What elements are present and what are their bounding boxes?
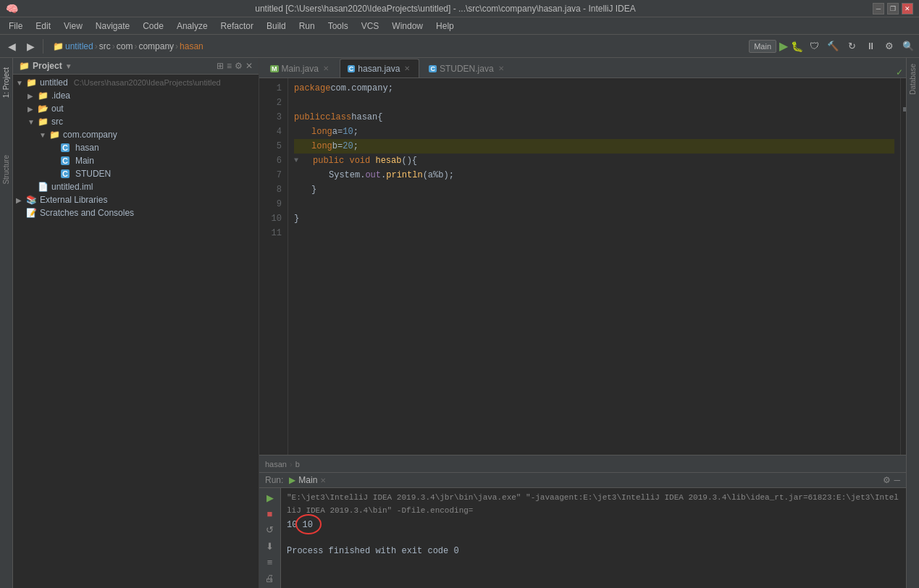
menu-navigate[interactable]: Navigate xyxy=(90,20,135,33)
run-scroll-button[interactable]: ⬇ xyxy=(262,539,278,553)
menu-edit[interactable]: Edit xyxy=(30,20,56,33)
back-button[interactable]: ◀ xyxy=(3,38,20,55)
code-line-2 xyxy=(294,96,894,110)
run-print-button[interactable]: 🖨 xyxy=(262,572,278,585)
run-play-button[interactable]: ▶ xyxy=(262,491,278,504)
toolbar-separator-1 xyxy=(43,39,43,54)
settings-icon[interactable]: ⚙ xyxy=(235,61,243,71)
close-panel-icon[interactable]: ✕ xyxy=(246,61,253,71)
tree-item-company[interactable]: ▼ 📁 com.company xyxy=(13,128,259,141)
tab-close-studen[interactable]: ✕ xyxy=(497,64,505,73)
run-filter-button[interactable]: ≡ xyxy=(262,555,278,568)
forward-button[interactable]: ▶ xyxy=(22,38,39,55)
editor-area: M Main.java ✕ C hasan.java ✕ C STUDEN.ja… xyxy=(259,58,906,588)
tree-label-src: src xyxy=(51,117,63,127)
collapse-all-icon[interactable]: ≡ xyxy=(227,61,232,71)
menu-help[interactable]: Help xyxy=(430,20,460,33)
search-button[interactable]: 🔍 xyxy=(900,38,916,54)
breadcrumb-untitled[interactable]: 📁 xyxy=(53,41,64,51)
restore-button[interactable]: ❐ xyxy=(887,3,899,14)
run-exit-spacer xyxy=(287,532,900,545)
menu-window[interactable]: Window xyxy=(386,20,429,33)
settings-button[interactable]: ⚙ xyxy=(881,38,897,54)
project-dropdown[interactable]: ▼ xyxy=(65,62,72,70)
tree-item-hasan[interactable]: C hasan xyxy=(13,141,259,154)
run-tab-close[interactable]: ✕ xyxy=(320,476,326,484)
menu-refactor[interactable]: Refactor xyxy=(215,20,259,33)
run-stop-button[interactable]: ■ xyxy=(262,507,278,520)
breadcrumb-untitled-label[interactable]: untitled xyxy=(65,41,93,51)
tab-icon-hasan: C xyxy=(348,65,356,72)
breadcrumb-hasan-label[interactable]: hasan xyxy=(180,41,203,51)
menu-code[interactable]: Code xyxy=(137,20,169,33)
structure-tab[interactable]: Structure xyxy=(1,148,12,191)
run-close-icon[interactable]: ─ xyxy=(894,475,900,485)
tree-item-out[interactable]: ▶ 📂 out xyxy=(13,102,259,115)
run-command: "E:\jet3\IntelliJ IDEA 2019.3.4\jbr\bin\… xyxy=(287,491,900,517)
tree-item-src[interactable]: ▼ 📁 src xyxy=(13,115,259,128)
folder-icon-idea: 📁 xyxy=(38,91,49,101)
close-button[interactable]: ✕ xyxy=(902,3,913,14)
run-config-select[interactable]: Main xyxy=(749,40,776,53)
project-tab[interactable]: 1: Project xyxy=(1,61,12,104)
vcs-checkmark[interactable]: ✓ xyxy=(896,67,903,77)
tab-main[interactable]: M Main.java ✕ xyxy=(262,59,338,77)
line-num-4: 4 xyxy=(265,125,282,139)
menu-vcs[interactable]: VCS xyxy=(356,20,385,33)
tree-arrow-untitled: ▼ xyxy=(16,79,23,87)
breadcrumb-src-label[interactable]: src xyxy=(99,41,111,51)
run-tab-main[interactable]: ▶ Main ✕ xyxy=(289,475,326,485)
breadcrumb-sep-4: › xyxy=(175,41,178,51)
build-button[interactable]: 🔨 xyxy=(825,38,841,54)
breadcrumb-company-label[interactable]: company xyxy=(138,41,174,51)
tree-label-company: com.company xyxy=(63,130,117,140)
menu-tools[interactable]: Tools xyxy=(322,20,354,33)
tree-item-main[interactable]: C Main xyxy=(13,154,259,167)
tab-hasan[interactable]: C hasan.java ✕ xyxy=(340,59,420,77)
title-bar-left: 🧠 xyxy=(6,3,18,14)
pause-button[interactable]: ⏸ xyxy=(863,38,878,54)
breadcrumb-com-label[interactable]: com xyxy=(117,41,133,51)
run-button[interactable]: ▶ xyxy=(779,39,788,53)
code-line-6: ▼ public void hesab(){ xyxy=(294,154,894,168)
tree-item-idea[interactable]: ▶ 📁 .idea xyxy=(13,89,259,102)
tab-studen[interactable]: C STUDEN.java ✕ xyxy=(421,59,513,77)
tree-item-iml[interactable]: 📄 untitled.iml xyxy=(13,180,259,193)
run-config: Main ▶ 🐛 🛡 🔨 ↻ ⏸ ⚙ 🔍 xyxy=(749,38,916,54)
run-output: "E:\jet3\IntelliJ IDEA 2019.3.4\jbr\bin\… xyxy=(281,488,906,588)
tree-item-studen[interactable]: C STUDEN xyxy=(13,167,259,180)
coverage-button[interactable]: 🛡 xyxy=(806,38,822,54)
iml-icon: 📄 xyxy=(38,182,49,192)
minimize-button[interactable]: ─ xyxy=(873,3,884,14)
menu-file[interactable]: File xyxy=(3,20,28,33)
menu-run[interactable]: Run xyxy=(293,20,321,33)
run-rerun-button[interactable]: ↺ xyxy=(262,524,278,537)
project-panel: 📁 Project ▼ ⊞ ≡ ⚙ ✕ ▼ 📁 untitled C:\User… xyxy=(13,58,259,588)
tab-close-main[interactable]: ✕ xyxy=(322,64,330,73)
scratches-icon: 📝 xyxy=(26,208,37,218)
breadcrumb-sep-1: › xyxy=(95,41,98,51)
tree-item-scratches[interactable]: 📝 Scratches and Consoles xyxy=(13,206,259,219)
fold-arrow-6[interactable]: ▼ xyxy=(294,154,298,168)
run-panel: Run: ▶ Main ✕ ⚙ ─ ▶ ■ ↺ ⬇ xyxy=(259,472,906,588)
menu-build[interactable]: Build xyxy=(261,20,292,33)
editor-tabs: M Main.java ✕ C hasan.java ✕ C STUDEN.ja… xyxy=(259,58,906,78)
debug-button[interactable]: 🐛 xyxy=(791,41,803,52)
tree-arrow-idea: ▶ xyxy=(28,92,35,100)
java-icon-studen: C xyxy=(61,169,70,178)
expand-all-icon[interactable]: ⊞ xyxy=(217,61,224,71)
code-area[interactable]: package com.company; public class hasan … xyxy=(288,78,900,455)
sync-button[interactable]: ↻ xyxy=(844,38,860,54)
menu-analyze[interactable]: Analyze xyxy=(171,20,214,33)
tree-item-untitled[interactable]: ▼ 📁 untitled C:\Users\hasan2020\IdeaProj… xyxy=(13,76,259,89)
run-settings-icon[interactable]: ⚙ xyxy=(883,475,891,485)
run-panel-header: Run: ▶ Main ✕ ⚙ ─ xyxy=(259,473,906,488)
gutter-mark-1 xyxy=(903,107,906,112)
window-controls: ─ ❐ ✕ xyxy=(873,3,913,14)
tree-item-ext-libs[interactable]: ▶ 📚 External Libraries xyxy=(13,193,259,206)
menu-view[interactable]: View xyxy=(58,20,88,33)
database-tab[interactable]: Database xyxy=(907,61,918,98)
tree-label-scratches: Scratches and Consoles xyxy=(40,208,134,218)
lib-icon: 📚 xyxy=(26,195,37,205)
tab-close-hasan[interactable]: ✕ xyxy=(403,64,411,73)
